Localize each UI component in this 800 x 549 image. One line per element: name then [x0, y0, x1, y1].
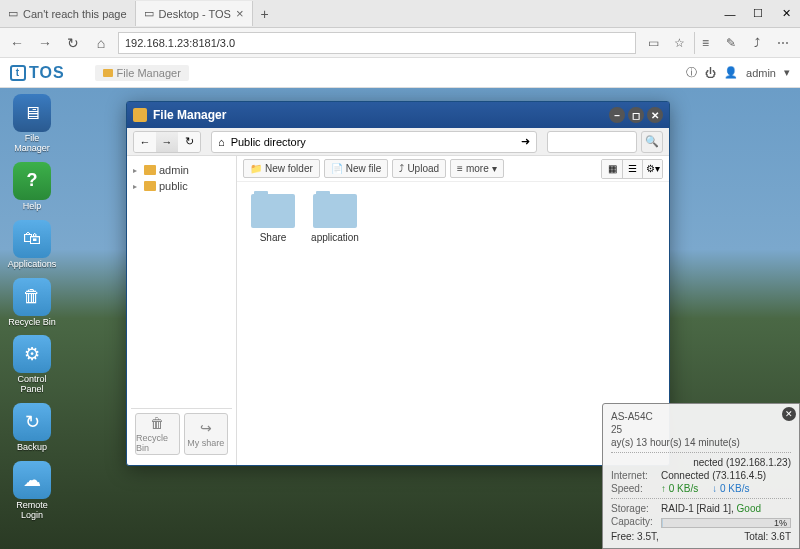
upload-button[interactable]: ⤴ Upload [392, 159, 446, 178]
expand-icon[interactable]: ▸ [133, 182, 141, 191]
folder-icon [133, 108, 147, 122]
tab-label: Can't reach this page [23, 8, 127, 20]
capacity-label: Capacity: [611, 516, 655, 530]
tree-item-public[interactable]: ▸ public [131, 178, 232, 194]
new-folder-button[interactable]: 📁 New folder [243, 159, 320, 178]
folder-icon [251, 194, 295, 228]
desktop-icon-file-manager[interactable]: 🖥 File Manager [8, 94, 56, 154]
forward-button[interactable]: → [34, 32, 56, 54]
new-tab-button[interactable]: + [253, 6, 277, 22]
folder-icon [144, 165, 156, 175]
trash-icon: 🗑 [13, 278, 51, 316]
browser-tab-inactive[interactable]: ▭ Can't reach this page [0, 1, 136, 26]
folder-icon [103, 69, 113, 77]
desktop-icon-help[interactable]: ? Help [8, 162, 56, 212]
help-icon: ? [13, 162, 51, 200]
path-go-icon[interactable]: ➜ [521, 135, 530, 148]
dropdown-icon[interactable]: ▾ [784, 66, 790, 79]
view-settings-button[interactable]: ⚙▾ [642, 160, 662, 178]
desktop-icon-control-panel[interactable]: ⚙ Control Panel [8, 335, 56, 395]
close-window-button[interactable]: ✕ [647, 107, 663, 123]
new-file-button[interactable]: 📄 New file [324, 159, 389, 178]
search-input[interactable] [547, 131, 637, 153]
home-button[interactable]: ⌂ [90, 32, 112, 54]
my-share-button[interactable]: ↪ My share [184, 413, 229, 455]
desktop[interactable]: 🖥 File Manager ? Help 🛍 Applications 🗑 R… [0, 88, 800, 549]
more-button[interactable]: ≡ more ▾ [450, 159, 504, 178]
total-space: Total: 3.6T [744, 531, 791, 542]
path-text: Public directory [231, 136, 306, 148]
expand-icon[interactable]: ▸ [133, 166, 141, 175]
power-icon[interactable]: ⏻ [705, 67, 716, 79]
search-button[interactable]: 🔍 [641, 131, 663, 153]
tos-logo-icon: t [10, 65, 26, 81]
browser-tab-active[interactable]: ▭ Desktop - TOS × [136, 1, 253, 26]
free-space: Free: 3.5T, [611, 531, 659, 542]
url-input[interactable] [118, 32, 636, 54]
speed-label: Speed: [611, 483, 655, 494]
desktop-icon-remote-login[interactable]: ☁ Remote Login [8, 461, 56, 521]
close-button[interactable]: ✕ [772, 1, 800, 26]
page-icon: ▭ [8, 7, 18, 20]
button-label: Recycle Bin [136, 433, 179, 453]
view-list-button[interactable]: ☰ [622, 160, 642, 178]
folder-share[interactable]: Share [249, 194, 297, 243]
info-line: 25 [611, 423, 791, 436]
nav-forward-button[interactable]: → [156, 132, 178, 152]
browser-address-bar: ← → ↻ ⌂ ▭ ☆ ≡ ✎ ⤴ ⋯ [0, 28, 800, 58]
notes-icon[interactable]: ✎ [720, 32, 742, 54]
back-button[interactable]: ← [6, 32, 28, 54]
desktop-icon-backup[interactable]: ↻ Backup [8, 403, 56, 453]
minimize-window-button[interactable]: – [609, 107, 625, 123]
user-label[interactable]: admin [746, 67, 776, 79]
internet-status: Connected (73.116.4.5) [661, 470, 791, 481]
close-panel-button[interactable]: ✕ [782, 407, 796, 421]
uptime-text: ay(s) 13 hour(s) 14 minute(s) [611, 436, 791, 449]
browser-tab-bar: ▭ Can't reach this page ▭ Desktop - TOS … [0, 0, 800, 28]
tos-header: t TOS File Manager ⓘ ⏻ 👤 admin ▾ [0, 58, 800, 88]
file-manager-navbar: ← → ↻ ⌂ Public directory ➜ 🔍 [127, 128, 669, 156]
nav-back-button[interactable]: ← [134, 132, 156, 152]
desktop-icons: 🖥 File Manager ? Help 🛍 Applications 🗑 R… [8, 94, 56, 521]
reading-list-icon[interactable]: ▭ [642, 32, 664, 54]
hub-icon[interactable]: ≡ [694, 32, 716, 54]
folder-tree: ▸ admin ▸ public 🗑 Recycle Bin ↪ [127, 156, 237, 465]
download-speed: ↓ 0 KB/s [712, 483, 749, 494]
device-name: AS-A54C [611, 410, 791, 423]
view-grid-button[interactable]: ▦ [602, 160, 622, 178]
folder-icon [144, 181, 156, 191]
info-icon[interactable]: ⓘ [686, 65, 697, 80]
more-icon[interactable]: ⋯ [772, 32, 794, 54]
maximize-button[interactable]: ☐ [744, 1, 772, 26]
button-label: My share [187, 438, 224, 448]
upload-speed: ↑ 0 KB/s [661, 483, 698, 494]
taskbar-label: File Manager [117, 67, 181, 79]
share-icon[interactable]: ⤴ [746, 32, 768, 54]
backup-icon: ↻ [13, 403, 51, 441]
tos-logo[interactable]: t TOS [10, 64, 65, 82]
taskbar-item[interactable]: File Manager [95, 65, 189, 81]
refresh-button[interactable]: ↻ [62, 32, 84, 54]
close-tab-icon[interactable]: × [236, 6, 244, 21]
recycle-bin-button[interactable]: 🗑 Recycle Bin [135, 413, 180, 455]
home-icon[interactable]: ⌂ [218, 136, 225, 148]
capacity-bar: 1% [661, 518, 791, 528]
cloud-icon: ☁ [13, 461, 51, 499]
file-manager-titlebar[interactable]: File Manager – ◻ ✕ [127, 102, 669, 128]
desktop-icon-recycle-bin[interactable]: 🗑 Recycle Bin [8, 278, 56, 328]
path-bar[interactable]: ⌂ Public directory ➜ [211, 131, 537, 153]
file-manager-window: File Manager – ◻ ✕ ← → ↻ ⌂ Public direct… [126, 101, 670, 466]
maximize-window-button[interactable]: ◻ [628, 107, 644, 123]
nav-refresh-button[interactable]: ↻ [178, 132, 200, 152]
share-icon: ↪ [200, 420, 212, 436]
system-info-panel: ✕ AS-A54C 25 ay(s) 13 hour(s) 14 minute(… [602, 403, 800, 549]
minimize-button[interactable]: — [716, 1, 744, 26]
desktop-icon-applications[interactable]: 🛍 Applications [8, 220, 56, 270]
tree-item-admin[interactable]: ▸ admin [131, 162, 232, 178]
internet-label: Internet: [611, 470, 655, 481]
tree-label: public [159, 180, 188, 192]
user-icon[interactable]: 👤 [724, 66, 738, 79]
favorite-icon[interactable]: ☆ [668, 32, 690, 54]
storage-value: RAID-1 [Raid 1], Good [661, 503, 791, 514]
folder-application[interactable]: application [311, 194, 359, 243]
